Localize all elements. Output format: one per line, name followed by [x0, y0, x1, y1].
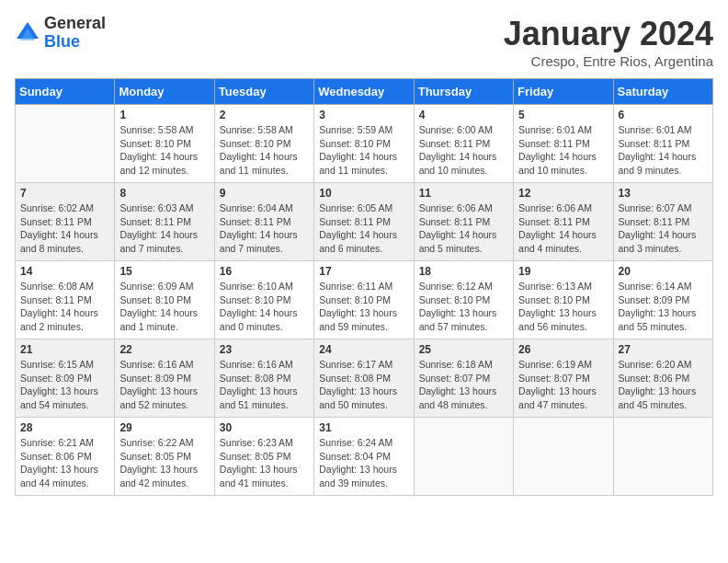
calendar-day-cell: 26Sunrise: 6:19 AMSunset: 8:07 PMDayligh… — [514, 339, 613, 418]
day-info: Sunrise: 6:10 AMSunset: 8:10 PMDaylight:… — [220, 280, 309, 334]
calendar-day-cell: 16Sunrise: 6:10 AMSunset: 8:10 PMDayligh… — [214, 261, 313, 339]
day-info: Sunrise: 6:14 AMSunset: 8:09 PMDaylight:… — [619, 280, 708, 334]
day-number: 27 — [619, 343, 708, 356]
calendar-day-cell: 18Sunrise: 6:12 AMSunset: 8:10 PMDayligh… — [414, 261, 513, 339]
day-number: 8 — [119, 187, 209, 200]
calendar-day-cell: 30Sunrise: 6:23 AMSunset: 8:05 PMDayligh… — [214, 418, 313, 496]
day-number: 11 — [419, 187, 508, 200]
day-info: Sunrise: 6:12 AMSunset: 8:10 PMDaylight:… — [419, 280, 508, 334]
title-area: January 2024 Crespo, Entre Rios, Argenti… — [504, 15, 713, 69]
day-number: 29 — [119, 421, 209, 434]
day-number: 24 — [319, 343, 408, 356]
day-info: Sunrise: 6:09 AMSunset: 8:10 PMDaylight:… — [119, 280, 209, 334]
calendar-day-cell: 22Sunrise: 6:16 AMSunset: 8:09 PMDayligh… — [115, 339, 214, 418]
day-info: Sunrise: 6:22 AMSunset: 8:05 PMDaylight:… — [119, 436, 209, 490]
calendar-day-header: Wednesday — [314, 79, 414, 105]
day-number: 10 — [319, 187, 408, 200]
calendar-day-cell: 31Sunrise: 6:24 AMSunset: 8:04 PMDayligh… — [314, 418, 414, 496]
day-number: 2 — [220, 109, 309, 121]
day-info: Sunrise: 6:00 AMSunset: 8:11 PMDaylight:… — [419, 123, 508, 178]
day-info: Sunrise: 6:20 AMSunset: 8:06 PMDaylight:… — [619, 358, 708, 412]
calendar-day-cell: 7Sunrise: 6:02 AMSunset: 8:11 PMDaylight… — [16, 183, 115, 261]
day-number: 31 — [319, 421, 408, 434]
day-number: 13 — [619, 187, 708, 200]
calendar-day-cell: 15Sunrise: 6:09 AMSunset: 8:10 PMDayligh… — [115, 261, 214, 339]
day-info: Sunrise: 6:03 AMSunset: 8:11 PMDaylight:… — [119, 201, 209, 256]
day-number: 5 — [518, 109, 608, 121]
day-info: Sunrise: 5:59 AMSunset: 8:10 PMDaylight:… — [319, 123, 408, 178]
calendar-day-cell: 29Sunrise: 6:22 AMSunset: 8:05 PMDayligh… — [115, 418, 214, 496]
calendar-day-cell: 17Sunrise: 6:11 AMSunset: 8:10 PMDayligh… — [314, 261, 414, 339]
day-number: 18 — [419, 265, 508, 278]
day-number: 22 — [119, 343, 209, 356]
day-info: Sunrise: 6:21 AMSunset: 8:06 PMDaylight:… — [20, 436, 109, 490]
day-number: 7 — [20, 187, 109, 200]
calendar-day-cell: 12Sunrise: 6:06 AMSunset: 8:11 PMDayligh… — [514, 183, 613, 261]
day-number: 30 — [220, 421, 309, 434]
calendar-day-cell — [613, 418, 712, 496]
day-info: Sunrise: 6:02 AMSunset: 8:11 PMDaylight:… — [20, 201, 109, 256]
calendar-day-cell: 19Sunrise: 6:13 AMSunset: 8:10 PMDayligh… — [514, 261, 613, 339]
day-info: Sunrise: 6:15 AMSunset: 8:09 PMDaylight:… — [20, 358, 109, 412]
day-number: 19 — [518, 265, 608, 278]
day-number: 4 — [419, 109, 508, 121]
day-number: 14 — [20, 265, 109, 278]
logo: General Blue — [15, 15, 106, 52]
day-info: Sunrise: 6:18 AMSunset: 8:07 PMDaylight:… — [419, 358, 508, 412]
calendar-day-cell: 21Sunrise: 6:15 AMSunset: 8:09 PMDayligh… — [16, 339, 115, 418]
logo-blue-text: Blue — [44, 33, 106, 52]
calendar-day-header: Monday — [115, 79, 214, 105]
calendar-day-cell: 1Sunrise: 5:58 AMSunset: 8:10 PMDaylight… — [115, 105, 214, 183]
day-info: Sunrise: 6:01 AMSunset: 8:11 PMDaylight:… — [619, 123, 708, 178]
day-info: Sunrise: 6:16 AMSunset: 8:09 PMDaylight:… — [119, 358, 209, 412]
calendar-day-header: Sunday — [16, 79, 115, 105]
calendar-day-cell: 28Sunrise: 6:21 AMSunset: 8:06 PMDayligh… — [16, 418, 115, 496]
calendar-day-cell: 9Sunrise: 6:04 AMSunset: 8:11 PMDaylight… — [214, 183, 313, 261]
day-info: Sunrise: 5:58 AMSunset: 8:10 PMDaylight:… — [119, 123, 209, 178]
day-info: Sunrise: 6:04 AMSunset: 8:11 PMDaylight:… — [220, 201, 309, 256]
day-number: 15 — [119, 265, 209, 278]
calendar-day-cell: 6Sunrise: 6:01 AMSunset: 8:11 PMDaylight… — [613, 105, 712, 183]
calendar-day-cell — [514, 418, 613, 496]
calendar-day-cell: 11Sunrise: 6:06 AMSunset: 8:11 PMDayligh… — [414, 183, 513, 261]
day-info: Sunrise: 5:58 AMSunset: 8:10 PMDaylight:… — [220, 123, 309, 178]
calendar-day-header: Tuesday — [214, 79, 313, 105]
calendar-day-header: Thursday — [414, 79, 513, 105]
day-number: 26 — [518, 343, 608, 356]
day-number: 6 — [619, 109, 708, 121]
day-number: 16 — [220, 265, 309, 278]
calendar-day-cell: 23Sunrise: 6:16 AMSunset: 8:08 PMDayligh… — [214, 339, 313, 418]
day-number: 3 — [319, 109, 408, 121]
calendar-day-cell: 8Sunrise: 6:03 AMSunset: 8:11 PMDaylight… — [115, 183, 214, 261]
calendar-week-row: 21Sunrise: 6:15 AMSunset: 8:09 PMDayligh… — [16, 339, 713, 418]
calendar-day-cell: 5Sunrise: 6:01 AMSunset: 8:11 PMDaylight… — [514, 105, 613, 183]
day-info: Sunrise: 6:05 AMSunset: 8:11 PMDaylight:… — [319, 201, 408, 256]
day-number: 23 — [220, 343, 309, 356]
calendar-week-row: 1Sunrise: 5:58 AMSunset: 8:10 PMDaylight… — [16, 105, 713, 183]
day-number: 9 — [220, 187, 309, 200]
day-number: 20 — [619, 265, 708, 278]
calendar-day-cell: 10Sunrise: 6:05 AMSunset: 8:11 PMDayligh… — [314, 183, 414, 261]
day-number: 28 — [20, 421, 109, 434]
calendar-table: SundayMondayTuesdayWednesdayThursdayFrid… — [15, 78, 713, 496]
calendar-body: 1Sunrise: 5:58 AMSunset: 8:10 PMDaylight… — [16, 105, 713, 496]
page-subtitle: Crespo, Entre Rios, Argentina — [504, 53, 713, 69]
day-number: 17 — [319, 265, 408, 278]
day-info: Sunrise: 6:06 AMSunset: 8:11 PMDaylight:… — [419, 201, 508, 256]
calendar-day-cell: 3Sunrise: 5:59 AMSunset: 8:10 PMDaylight… — [314, 105, 414, 183]
day-info: Sunrise: 6:11 AMSunset: 8:10 PMDaylight:… — [319, 280, 408, 334]
day-number: 25 — [419, 343, 508, 356]
page-header: General Blue January 2024 Crespo, Entre … — [15, 15, 713, 69]
calendar-week-row: 28Sunrise: 6:21 AMSunset: 8:06 PMDayligh… — [16, 418, 713, 496]
calendar-header-row: SundayMondayTuesdayWednesdayThursdayFrid… — [16, 79, 713, 105]
calendar-day-header: Friday — [514, 79, 613, 105]
day-number: 21 — [20, 343, 109, 356]
day-number: 12 — [518, 187, 608, 200]
day-info: Sunrise: 6:06 AMSunset: 8:11 PMDaylight:… — [518, 201, 608, 256]
day-info: Sunrise: 6:01 AMSunset: 8:11 PMDaylight:… — [518, 123, 608, 178]
day-number: 1 — [119, 109, 209, 121]
calendar-day-cell: 24Sunrise: 6:17 AMSunset: 8:08 PMDayligh… — [314, 339, 414, 418]
day-info: Sunrise: 6:17 AMSunset: 8:08 PMDaylight:… — [319, 358, 408, 412]
calendar-day-cell — [16, 105, 115, 183]
calendar-day-header: Saturday — [613, 79, 712, 105]
